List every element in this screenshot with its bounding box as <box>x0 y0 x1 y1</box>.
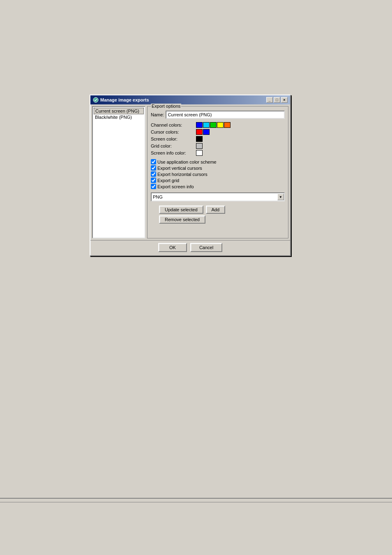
checkbox-row-2: Export vertical cursors <box>151 165 285 171</box>
close-button[interactable]: × <box>281 97 288 103</box>
btn-row-1: Update selected Add <box>151 206 285 214</box>
cursor-color-swatches <box>196 129 210 135</box>
export-grid-label: Export grid <box>157 178 179 183</box>
use-app-color-scheme-label: Use application color scheme <box>157 160 217 164</box>
channel-color-1[interactable] <box>196 122 203 128</box>
cancel-button[interactable]: Cancel <box>190 243 222 252</box>
screen-info-color-label: Screen info color: <box>151 150 196 155</box>
export-grid-checkbox[interactable] <box>151 178 156 183</box>
grid-color-swatch[interactable] <box>196 143 203 149</box>
format-select[interactable]: PNG BMP JPG <box>151 192 285 201</box>
title-controls: _ □ × <box>266 97 288 103</box>
screen-color-swatch[interactable] <box>196 136 203 142</box>
cursor-color-2[interactable] <box>203 129 210 135</box>
cursor-color-1[interactable] <box>196 129 203 135</box>
channel-colors-label: Channel colors: <box>151 123 196 127</box>
checkbox-section: Use application color scheme Export vert… <box>151 159 285 189</box>
dialog-footer: OK Cancel <box>90 240 290 255</box>
screen-color-row: Screen color: <box>151 136 285 142</box>
name-row: Name: <box>151 111 285 119</box>
checkbox-row-4: Export grid <box>151 178 285 183</box>
export-presets-list[interactable]: Current screen (PNG) Black/white (PNG) <box>92 106 145 238</box>
add-button[interactable]: Add <box>206 206 226 214</box>
screen-info-color-swatch[interactable] <box>196 150 203 156</box>
color-section: Channel colors: Cursor colors: <box>151 122 285 156</box>
btn-row-2: Remove selected <box>151 215 285 224</box>
export-screen-info-label: Export screen info <box>157 184 194 189</box>
export-vertical-cursors-checkbox[interactable] <box>151 165 156 171</box>
grid-color-label: Grid color: <box>151 143 196 148</box>
use-app-color-scheme-checkbox[interactable] <box>151 159 156 164</box>
name-input[interactable] <box>166 111 285 119</box>
channel-color-2[interactable] <box>203 122 210 128</box>
cursor-colors-label: Cursor colors: <box>151 130 196 134</box>
export-horizontal-cursors-checkbox[interactable] <box>151 171 156 177</box>
dialog-title: Manage image exports <box>100 97 149 102</box>
channel-color-5[interactable] <box>224 122 231 128</box>
dialog-icon <box>93 97 99 103</box>
name-label: Name: <box>151 112 164 117</box>
channel-color-swatches <box>196 122 231 128</box>
screen-color-label: Screen color: <box>151 136 196 141</box>
list-item-black-white[interactable]: Black/white (PNG) <box>94 114 144 120</box>
page-background: Manage image exports _ □ × Current scree… <box>0 0 392 555</box>
list-item-current-screen[interactable]: Current screen (PNG) <box>94 108 144 114</box>
export-horizontal-cursors-label: Export horizontal cursors <box>157 172 208 177</box>
export-options-panel: Export options Name: Channel colors: <box>147 106 288 238</box>
title-bar: Manage image exports _ □ × <box>90 95 290 104</box>
channel-colors-row: Channel colors: <box>151 122 285 128</box>
format-select-wrapper: PNG BMP JPG ▼ <box>151 192 285 201</box>
remove-selected-button[interactable]: Remove selected <box>159 215 205 224</box>
export-screen-info-checkbox[interactable] <box>151 184 156 189</box>
export-options-label: Export options <box>151 104 181 109</box>
format-row: PNG BMP JPG ▼ <box>151 192 285 201</box>
maximize-button[interactable]: □ <box>274 97 280 103</box>
checkbox-row-1: Use application color scheme <box>151 159 285 164</box>
channel-color-4[interactable] <box>217 122 224 128</box>
export-vertical-cursors-label: Export vertical cursors <box>157 166 202 171</box>
cursor-colors-row: Cursor colors: <box>151 129 285 135</box>
separator-line-1 <box>0 498 392 499</box>
dialog-body: Current screen (PNG) Black/white (PNG) E… <box>90 104 290 240</box>
update-selected-button[interactable]: Update selected <box>159 206 203 214</box>
title-bar-left: Manage image exports <box>93 97 149 103</box>
grid-color-row: Grid color: <box>151 143 285 149</box>
checkbox-row-3: Export horizontal cursors <box>151 171 285 177</box>
minimize-button[interactable]: _ <box>266 97 273 103</box>
bottom-separator-lines <box>0 498 392 506</box>
checkbox-row-5: Export screen info <box>151 184 285 189</box>
screen-info-color-row: Screen info color: <box>151 150 285 156</box>
manage-image-exports-dialog: Manage image exports _ □ × Current scree… <box>90 95 291 256</box>
channel-color-3[interactable] <box>210 122 217 128</box>
ok-button[interactable]: OK <box>158 243 187 252</box>
action-buttons: Update selected Add Remove selected <box>151 206 285 224</box>
separator-line-2 <box>0 502 392 502</box>
